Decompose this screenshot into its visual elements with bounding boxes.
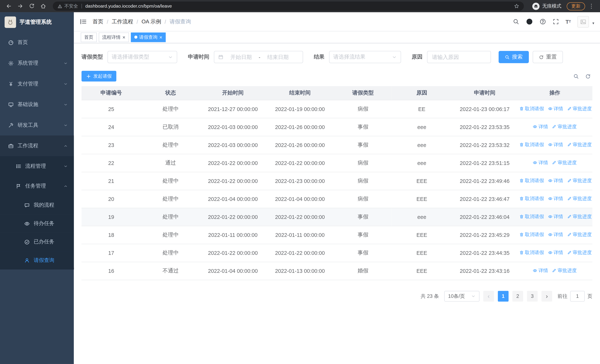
page-button-1[interactable]: 1 bbox=[498, 291, 509, 301]
browser-chrome: 不安全 dashboard.yudao.iocoder.cn/bpm/oa/le… bbox=[0, 0, 600, 12]
home-icon[interactable] bbox=[38, 1, 48, 11]
op-cancel-link[interactable]: 取消请假 bbox=[519, 142, 544, 148]
hamburger-icon[interactable] bbox=[80, 18, 87, 25]
breadcrumb-item[interactable]: 首页 bbox=[93, 18, 103, 25]
reload-icon[interactable] bbox=[27, 1, 37, 11]
search-icon[interactable] bbox=[513, 18, 519, 25]
op-progress-link[interactable]: 审批进度 bbox=[552, 267, 577, 274]
browser-menu-icon[interactable]: ⋮ bbox=[587, 3, 596, 9]
table-cell: 2021-12-27 00:00:00 bbox=[200, 100, 265, 118]
leave-type-select[interactable]: 请选择请假类型 bbox=[107, 51, 177, 63]
avatar[interactable] bbox=[577, 16, 589, 28]
op-progress-link[interactable]: 审批进度 bbox=[567, 214, 592, 220]
op-progress-link[interactable]: 审批进度 bbox=[567, 177, 592, 184]
op-label: 详情 bbox=[553, 142, 563, 148]
op-progress-link[interactable]: 审批进度 bbox=[567, 105, 592, 112]
op-detail-link[interactable]: 详情 bbox=[548, 196, 563, 202]
op-cancel-link[interactable]: 取消请假 bbox=[519, 105, 544, 112]
op-progress-link[interactable]: 审批进度 bbox=[567, 250, 592, 256]
prev-page-button[interactable]: ‹ bbox=[483, 291, 494, 301]
help-icon[interactable] bbox=[540, 18, 546, 25]
op-progress-link[interactable]: 审批进度 bbox=[552, 124, 577, 130]
op-detail-link[interactable]: 详情 bbox=[548, 105, 563, 112]
op-cancel-link[interactable]: 取消请假 bbox=[519, 214, 544, 220]
sidebar-item-payment[interactable]: 支付管理 bbox=[0, 73, 74, 94]
bookmark-star-icon[interactable] bbox=[514, 3, 519, 9]
filter-apply-time: 申请时间 - bbox=[188, 51, 303, 63]
op-cancel-link[interactable]: 取消请假 bbox=[519, 232, 544, 238]
op-detail-link[interactable]: 详情 bbox=[548, 250, 563, 256]
next-page-button[interactable]: › bbox=[542, 291, 552, 301]
security-warning[interactable]: 不安全 bbox=[57, 3, 78, 9]
update-button[interactable]: 更新 bbox=[567, 2, 585, 10]
table-refresh-icon[interactable] bbox=[585, 73, 591, 79]
sidebar-item-task-mgmt[interactable]: 任务管理 bbox=[0, 176, 74, 196]
table-cell: 2022-01-22 23:51:15 bbox=[452, 154, 517, 172]
caret-down-icon[interactable]: ▾ bbox=[592, 21, 594, 28]
reason-input[interactable] bbox=[427, 51, 491, 63]
sidebar-item-done-task[interactable]: 已办任务 bbox=[0, 233, 74, 251]
result-select[interactable]: 请选择流结果 bbox=[329, 51, 401, 63]
reset-button[interactable]: 重置 bbox=[533, 51, 563, 63]
sidebar-item-process-mgmt[interactable]: 流程管理 bbox=[0, 156, 74, 176]
end-date-input[interactable] bbox=[262, 54, 294, 60]
tab-home[interactable]: 首页 bbox=[81, 32, 97, 42]
op-detail-link[interactable]: 详情 bbox=[548, 142, 563, 148]
sidebar-item-system[interactable]: 系统管理 bbox=[0, 53, 74, 74]
back-icon[interactable] bbox=[4, 1, 14, 11]
start-date-input[interactable] bbox=[225, 54, 257, 60]
table-cell: 2022-01-04 00:00:00 bbox=[265, 190, 335, 208]
op-detail-link[interactable]: 详情 bbox=[548, 177, 563, 184]
page-button-3[interactable]: 3 bbox=[527, 291, 538, 301]
op-progress-link[interactable]: 审批进度 bbox=[552, 159, 577, 166]
op-detail-link[interactable]: 详情 bbox=[533, 267, 548, 274]
breadcrumb-item[interactable]: OA 示例 bbox=[141, 18, 161, 25]
op-label: 详情 bbox=[553, 196, 563, 202]
tab-leave-query[interactable]: 请假查询× bbox=[131, 32, 166, 42]
sidebar-item-home[interactable]: 首页 bbox=[0, 32, 74, 53]
forward-icon[interactable] bbox=[15, 1, 25, 11]
url-text[interactable]: dashboard.yudao.iocoder.cn/bpm/oa/leave bbox=[85, 3, 514, 9]
address-bar[interactable]: 不安全 dashboard.yudao.iocoder.cn/bpm/oa/le… bbox=[53, 1, 524, 11]
devtools-icon bbox=[8, 122, 14, 128]
sidebar-item-infra[interactable]: 基础设施 bbox=[0, 94, 74, 115]
op-cancel-link[interactable]: 取消请假 bbox=[519, 250, 544, 256]
table-search-icon[interactable] bbox=[573, 73, 579, 79]
op-progress-link[interactable]: 审批进度 bbox=[567, 142, 592, 148]
date-range-picker[interactable]: - bbox=[214, 51, 303, 63]
close-icon[interactable]: × bbox=[159, 35, 162, 40]
ops-cell: 取消请假详情审批进度 bbox=[517, 208, 592, 226]
page-size-select[interactable]: 10条/页 bbox=[444, 291, 479, 301]
op-detail-link[interactable]: 详情 bbox=[533, 124, 548, 130]
sidebar-item-leave-query[interactable]: 请假查询 bbox=[0, 251, 74, 270]
fontsize-icon[interactable]: TT bbox=[565, 19, 571, 24]
fullscreen-icon[interactable] bbox=[553, 18, 559, 25]
goto-page-input[interactable] bbox=[570, 291, 585, 301]
op-label: 审批进度 bbox=[558, 159, 577, 166]
github-icon[interactable] bbox=[526, 18, 533, 25]
op-cancel-link[interactable]: 取消请假 bbox=[519, 177, 544, 184]
op-detail-link[interactable]: 详情 bbox=[548, 214, 563, 220]
page-button-2[interactable]: 2 bbox=[512, 291, 523, 301]
table-cell: eee bbox=[392, 208, 452, 226]
breadcrumb-item[interactable]: 工作流程 bbox=[112, 18, 133, 25]
app-logo-row[interactable]: 芋道管理系统 bbox=[0, 12, 74, 32]
op-progress-link[interactable]: 审批进度 bbox=[567, 196, 592, 202]
table-cell: 2022-01-22 00:00:00 bbox=[200, 208, 265, 226]
table-cell: 2022-01-22 00:00:00 bbox=[200, 172, 265, 190]
op-progress-link[interactable]: 审批进度 bbox=[567, 232, 592, 238]
edit-icon bbox=[567, 178, 572, 183]
search-button[interactable]: 搜索 bbox=[499, 51, 529, 63]
close-icon[interactable]: × bbox=[122, 35, 125, 40]
tab-process-detail[interactable]: 流程详情× bbox=[99, 32, 129, 42]
create-leave-button[interactable]: 发起请假 bbox=[82, 71, 116, 82]
sidebar-item-todo-task[interactable]: 待办任务 bbox=[0, 214, 74, 233]
op-detail-link[interactable]: 详情 bbox=[548, 232, 563, 238]
op-cancel-link[interactable]: 取消请假 bbox=[519, 196, 544, 202]
sidebar-item-my-process[interactable]: 我的流程 bbox=[0, 196, 74, 214]
delete-icon bbox=[519, 250, 524, 255]
gear-icon bbox=[8, 60, 14, 66]
op-detail-link[interactable]: 详情 bbox=[533, 159, 548, 166]
sidebar-item-workflow[interactable]: 工作流程 bbox=[0, 135, 74, 156]
sidebar-item-devtools[interactable]: 研发工具 bbox=[0, 115, 74, 136]
